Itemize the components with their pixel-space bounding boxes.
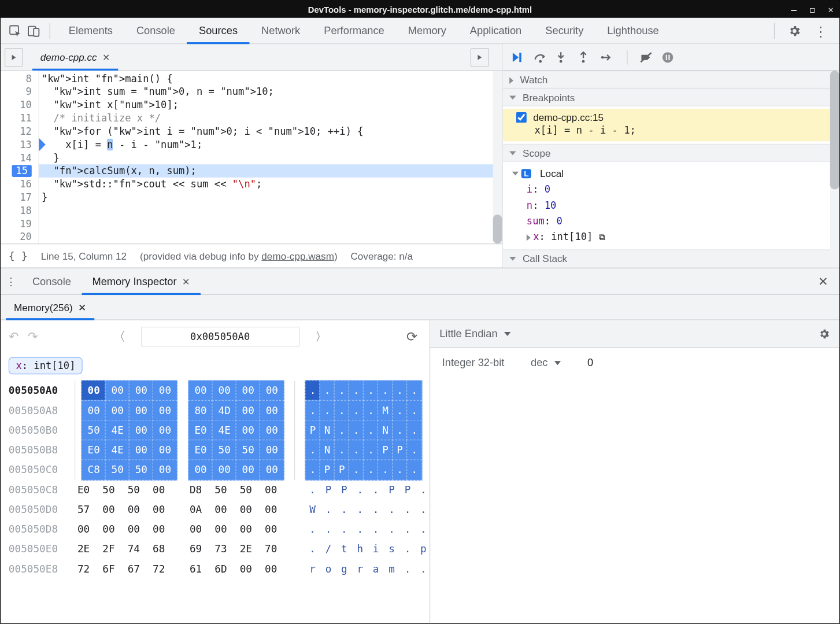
ascii-byte[interactable]: . [352, 500, 368, 519]
ascii-byte[interactable]: . [349, 459, 364, 481]
watch-section-header[interactable]: Watch [503, 71, 839, 88]
address-input[interactable] [141, 327, 299, 346]
hex-byte[interactable]: 00 [258, 500, 283, 519]
tab-application[interactable]: Application [458, 17, 533, 44]
hex-byte[interactable]: 00 [258, 559, 283, 579]
tab-memory[interactable]: Memory [396, 17, 458, 44]
hex-byte[interactable]: 00 [236, 400, 261, 422]
endianness-select[interactable]: Little Endian [439, 328, 510, 340]
hex-byte[interactable]: 00 [146, 480, 171, 500]
hex-byte[interactable]: 00 [188, 459, 213, 481]
hex-byte[interactable]: 50 [121, 480, 146, 500]
hex-byte[interactable]: 50 [212, 440, 236, 461]
scope-var[interactable]: i: 0 [512, 182, 830, 197]
step-over-icon[interactable] [533, 51, 547, 63]
page-next-icon[interactable]: 〉 [311, 328, 331, 344]
tab-lighthouse[interactable]: Lighthouse [595, 17, 671, 44]
ascii-byte[interactable]: . [406, 420, 422, 441]
maximize-icon[interactable]: ◻ [808, 4, 817, 14]
ascii-byte[interactable]: r [352, 559, 368, 579]
hex-byte[interactable]: 00 [236, 380, 261, 401]
drawer-menu-icon[interactable]: ⋮ [6, 275, 21, 288]
ascii-byte[interactable]: N [319, 440, 335, 461]
hex-byte[interactable]: E0 [81, 440, 106, 461]
ascii-byte[interactable]: . [349, 400, 364, 422]
minimize-icon[interactable]: — [789, 4, 798, 14]
settings-gear-icon[interactable] [781, 24, 808, 38]
hex-byte[interactable]: 61 [183, 559, 208, 579]
close-drawer-icon[interactable]: ✕ [818, 274, 834, 289]
hex-byte[interactable]: 4E [105, 420, 130, 441]
hex-byte[interactable]: 00 [236, 420, 261, 441]
ascii-byte[interactable]: N [319, 420, 335, 441]
ascii-byte[interactable]: P [378, 440, 393, 461]
tab-elements[interactable]: Elements [57, 17, 124, 44]
ascii-byte[interactable]: r [305, 559, 320, 579]
ascii-byte[interactable]: . [334, 440, 350, 461]
ascii-byte[interactable]: . [378, 380, 393, 401]
close-icon[interactable]: ✕ [826, 4, 835, 14]
ascii-byte[interactable]: m [384, 559, 399, 579]
ascii-byte[interactable]: . [349, 420, 364, 441]
history-forward-icon[interactable]: ↷ [28, 330, 38, 344]
scope-section-header[interactable]: Scope [503, 144, 839, 162]
ascii-byte[interactable]: . [378, 459, 393, 481]
ascii-byte[interactable]: P [399, 480, 415, 500]
ascii-byte[interactable]: p [416, 540, 431, 559]
scope-var[interactable]: sum: 0 [512, 213, 830, 229]
hex-byte[interactable]: 50 [105, 459, 130, 481]
ascii-byte[interactable]: . [399, 519, 415, 539]
highlight-chip[interactable]: x: int[10] [9, 357, 83, 374]
hex-byte[interactable]: 00 [146, 500, 171, 519]
hex-byte[interactable]: 00 [260, 459, 284, 481]
ascii-byte[interactable]: . [363, 380, 379, 401]
ascii-byte[interactable]: g [336, 559, 352, 579]
ascii-byte[interactable]: . [406, 440, 422, 461]
hex-byte[interactable]: 2E [234, 540, 258, 559]
ascii-byte[interactable]: s [384, 540, 399, 559]
pause-on-exceptions-icon[interactable] [662, 51, 676, 63]
hex-byte[interactable]: D8 [183, 480, 208, 500]
hex-byte[interactable]: 00 [208, 519, 233, 539]
debug-info-link[interactable]: demo-cpp.wasm [261, 250, 334, 261]
hex-byte[interactable]: 6F [96, 559, 121, 579]
ascii-byte[interactable]: . [334, 380, 350, 401]
ascii-byte[interactable]: . [392, 400, 408, 422]
drawer-tab-console[interactable]: Console [22, 268, 82, 295]
ascii-byte[interactable]: W [305, 500, 320, 519]
deactivate-breakpoints-icon[interactable] [639, 51, 654, 63]
ascii-byte[interactable]: a [368, 559, 384, 579]
more-menu-icon[interactable]: ⋮ [808, 23, 834, 38]
history-back-icon[interactable]: ↶ [9, 330, 18, 344]
hex-byte[interactable]: 50 [81, 420, 106, 441]
ascii-byte[interactable]: P [319, 459, 335, 481]
ascii-byte[interactable]: . [320, 500, 336, 519]
tab-security[interactable]: Security [534, 17, 595, 44]
show-navigator-icon[interactable] [5, 48, 23, 67]
ascii-byte[interactable]: . [352, 480, 368, 500]
ascii-byte[interactable]: h [352, 540, 368, 559]
inspect-element-icon[interactable] [6, 24, 24, 38]
ascii-byte[interactable]: . [319, 400, 335, 422]
hex-byte[interactable]: 00 [212, 380, 236, 401]
ascii-byte[interactable]: / [320, 540, 336, 559]
ascii-byte[interactable]: . [363, 420, 379, 441]
hex-byte[interactable]: 00 [71, 519, 96, 539]
hex-byte[interactable]: 00 [234, 500, 258, 519]
hex-byte[interactable]: 00 [146, 519, 171, 539]
ascii-byte[interactable]: . [363, 400, 379, 422]
hex-byte[interactable]: 00 [188, 380, 213, 401]
hex-byte[interactable]: 00 [260, 380, 284, 401]
ascii-byte[interactable]: . [416, 559, 431, 579]
hex-byte[interactable]: 00 [212, 459, 236, 481]
hex-byte[interactable]: 00 [153, 380, 177, 401]
ascii-byte[interactable]: M [378, 400, 393, 422]
hex-byte[interactable]: 68 [146, 540, 171, 559]
hex-byte[interactable]: 50 [236, 440, 261, 461]
ascii-byte[interactable]: . [416, 500, 431, 519]
ascii-byte[interactable]: . [349, 380, 364, 401]
ascii-byte[interactable]: . [399, 500, 415, 519]
hex-byte[interactable]: 73 [208, 540, 233, 559]
ascii-byte[interactable]: . [305, 540, 320, 559]
hex-byte[interactable]: 00 [81, 380, 106, 401]
